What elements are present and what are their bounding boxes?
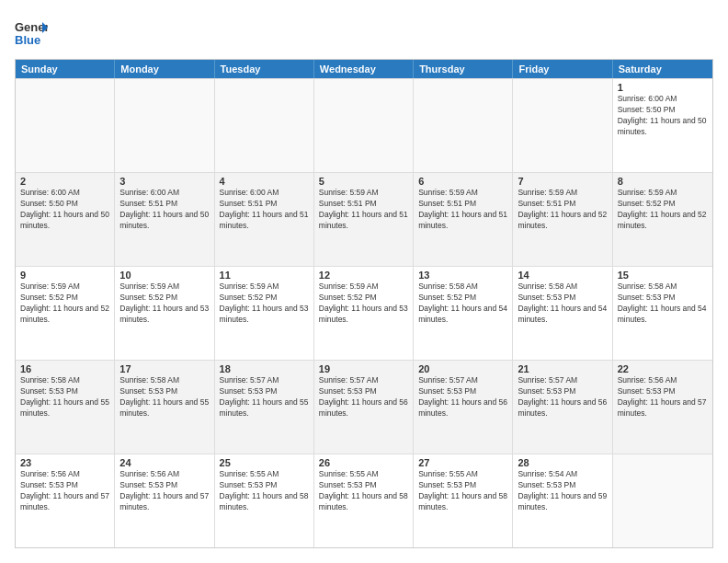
day-cell-27: 27Sunrise: 5:55 AM Sunset: 5:53 PM Dayli… (414, 454, 513, 547)
day-cell-17: 17Sunrise: 5:58 AM Sunset: 5:53 PM Dayli… (115, 361, 214, 454)
day-info: Sunrise: 5:59 AM Sunset: 5:52 PM Dayligh… (119, 282, 209, 326)
header-cell-sunday: Sunday (16, 60, 115, 78)
day-number: 16 (20, 363, 109, 374)
day-number: 3 (119, 176, 209, 187)
day-number: 23 (20, 457, 109, 468)
day-cell-9: 9Sunrise: 5:59 AM Sunset: 5:52 PM Daylig… (16, 267, 115, 360)
day-cell-3: 3Sunrise: 6:00 AM Sunset: 5:51 PM Daylig… (115, 173, 214, 266)
day-info: Sunrise: 5:55 AM Sunset: 5:53 PM Dayligh… (220, 469, 309, 513)
day-cell-4: 4Sunrise: 6:00 AM Sunset: 5:51 PM Daylig… (215, 173, 314, 266)
header-cell-thursday: Thursday (414, 60, 513, 78)
day-info: Sunrise: 5:56 AM Sunset: 5:53 PM Dayligh… (119, 469, 209, 513)
calendar-week-2: 2Sunrise: 6:00 AM Sunset: 5:50 PM Daylig… (16, 172, 712, 266)
day-cell-11: 11Sunrise: 5:59 AM Sunset: 5:52 PM Dayli… (215, 267, 314, 360)
day-info: Sunrise: 5:57 AM Sunset: 5:53 PM Dayligh… (220, 375, 309, 419)
day-cell-19: 19Sunrise: 5:57 AM Sunset: 5:53 PM Dayli… (314, 361, 414, 454)
day-cell-21: 21Sunrise: 5:57 AM Sunset: 5:53 PM Dayli… (513, 361, 612, 454)
day-info: Sunrise: 6:00 AM Sunset: 5:50 PM Dayligh… (20, 188, 109, 232)
day-number: 8 (618, 176, 708, 187)
empty-cell (414, 79, 513, 172)
day-info: Sunrise: 5:55 AM Sunset: 5:53 PM Dayligh… (319, 469, 408, 513)
day-info: Sunrise: 5:58 AM Sunset: 5:53 PM Dayligh… (518, 282, 607, 326)
header-cell-friday: Friday (513, 60, 612, 78)
empty-cell (314, 79, 414, 172)
empty-cell (215, 79, 314, 172)
header-cell-monday: Monday (115, 60, 214, 78)
day-info: Sunrise: 5:59 AM Sunset: 5:51 PM Dayligh… (319, 188, 408, 232)
calendar-week-4: 16Sunrise: 5:58 AM Sunset: 5:53 PM Dayli… (16, 360, 712, 454)
day-info: Sunrise: 5:59 AM Sunset: 5:52 PM Dayligh… (220, 282, 309, 326)
day-info: Sunrise: 5:58 AM Sunset: 5:52 PM Dayligh… (418, 282, 507, 326)
day-cell-12: 12Sunrise: 5:59 AM Sunset: 5:52 PM Dayli… (314, 267, 414, 360)
header-cell-tuesday: Tuesday (215, 60, 314, 78)
day-cell-22: 22Sunrise: 5:56 AM Sunset: 5:53 PM Dayli… (613, 361, 712, 454)
day-info: Sunrise: 5:59 AM Sunset: 5:51 PM Dayligh… (518, 188, 607, 232)
day-info: Sunrise: 6:00 AM Sunset: 5:50 PM Dayligh… (618, 94, 708, 138)
day-info: Sunrise: 6:00 AM Sunset: 5:51 PM Dayligh… (119, 188, 209, 232)
day-number: 20 (418, 363, 507, 374)
day-number: 13 (418, 270, 507, 281)
day-cell-6: 6Sunrise: 5:59 AM Sunset: 5:51 PM Daylig… (414, 173, 513, 266)
day-number: 22 (618, 363, 708, 374)
day-cell-25: 25Sunrise: 5:55 AM Sunset: 5:53 PM Dayli… (215, 454, 314, 547)
day-info: Sunrise: 5:59 AM Sunset: 5:52 PM Dayligh… (618, 188, 708, 232)
day-info: Sunrise: 5:58 AM Sunset: 5:53 PM Dayligh… (618, 282, 708, 326)
day-cell-28: 28Sunrise: 5:54 AM Sunset: 5:53 PM Dayli… (513, 454, 612, 547)
day-info: Sunrise: 6:00 AM Sunset: 5:51 PM Dayligh… (220, 188, 309, 232)
day-info: Sunrise: 5:57 AM Sunset: 5:53 PM Dayligh… (418, 375, 507, 419)
day-cell-15: 15Sunrise: 5:58 AM Sunset: 5:53 PM Dayli… (613, 267, 712, 360)
day-number: 11 (220, 270, 309, 281)
day-number: 24 (119, 457, 209, 468)
empty-cell (513, 79, 612, 172)
calendar: SundayMondayTuesdayWednesdayThursdayFrid… (15, 59, 713, 548)
logo-icon: General Blue (15, 15, 48, 52)
empty-cell (16, 79, 115, 172)
day-cell-14: 14Sunrise: 5:58 AM Sunset: 5:53 PM Dayli… (513, 267, 612, 360)
day-info: Sunrise: 5:57 AM Sunset: 5:53 PM Dayligh… (518, 375, 607, 419)
day-info: Sunrise: 5:57 AM Sunset: 5:53 PM Dayligh… (319, 375, 408, 419)
day-info: Sunrise: 5:56 AM Sunset: 5:53 PM Dayligh… (20, 469, 109, 513)
day-number: 28 (518, 457, 607, 468)
day-info: Sunrise: 5:55 AM Sunset: 5:53 PM Dayligh… (418, 469, 507, 513)
calendar-week-5: 23Sunrise: 5:56 AM Sunset: 5:53 PM Dayli… (16, 454, 712, 547)
day-number: 2 (20, 176, 109, 187)
day-number: 7 (518, 176, 607, 187)
day-info: Sunrise: 5:59 AM Sunset: 5:52 PM Dayligh… (20, 282, 109, 326)
empty-cell (115, 79, 214, 172)
day-cell-5: 5Sunrise: 5:59 AM Sunset: 5:51 PM Daylig… (314, 173, 414, 266)
day-info: Sunrise: 5:59 AM Sunset: 5:52 PM Dayligh… (319, 282, 408, 326)
day-number: 25 (220, 457, 309, 468)
day-cell-18: 18Sunrise: 5:57 AM Sunset: 5:53 PM Dayli… (215, 361, 314, 454)
day-cell-1: 1Sunrise: 6:00 AM Sunset: 5:50 PM Daylig… (613, 79, 712, 172)
calendar-body: 1Sunrise: 6:00 AM Sunset: 5:50 PM Daylig… (16, 78, 712, 547)
day-cell-24: 24Sunrise: 5:56 AM Sunset: 5:53 PM Dayli… (115, 454, 214, 547)
calendar-header: SundayMondayTuesdayWednesdayThursdayFrid… (16, 60, 712, 78)
day-info: Sunrise: 5:59 AM Sunset: 5:51 PM Dayligh… (418, 188, 507, 232)
day-number: 19 (319, 363, 408, 374)
page-header: General Blue (15, 15, 713, 52)
day-number: 17 (119, 363, 209, 374)
day-info: Sunrise: 5:56 AM Sunset: 5:53 PM Dayligh… (618, 375, 708, 419)
svg-text:Blue: Blue (15, 33, 40, 47)
day-number: 6 (418, 176, 507, 187)
day-cell-13: 13Sunrise: 5:58 AM Sunset: 5:52 PM Dayli… (414, 267, 513, 360)
day-number: 21 (518, 363, 607, 374)
day-cell-20: 20Sunrise: 5:57 AM Sunset: 5:53 PM Dayli… (414, 361, 513, 454)
day-number: 18 (220, 363, 309, 374)
day-number: 9 (20, 270, 109, 281)
day-cell-8: 8Sunrise: 5:59 AM Sunset: 5:52 PM Daylig… (613, 173, 712, 266)
day-number: 14 (518, 270, 607, 281)
header-cell-saturday: Saturday (613, 60, 712, 78)
day-number: 4 (220, 176, 309, 187)
day-number: 15 (618, 270, 708, 281)
day-number: 26 (319, 457, 408, 468)
day-info: Sunrise: 5:58 AM Sunset: 5:53 PM Dayligh… (20, 375, 109, 419)
day-cell-16: 16Sunrise: 5:58 AM Sunset: 5:53 PM Dayli… (16, 361, 115, 454)
empty-cell (613, 454, 712, 547)
header-cell-wednesday: Wednesday (314, 60, 414, 78)
day-cell-26: 26Sunrise: 5:55 AM Sunset: 5:53 PM Dayli… (314, 454, 414, 547)
calendar-week-3: 9Sunrise: 5:59 AM Sunset: 5:52 PM Daylig… (16, 266, 712, 360)
day-number: 10 (119, 270, 209, 281)
day-info: Sunrise: 5:54 AM Sunset: 5:53 PM Dayligh… (518, 469, 607, 513)
day-cell-10: 10Sunrise: 5:59 AM Sunset: 5:52 PM Dayli… (115, 267, 214, 360)
